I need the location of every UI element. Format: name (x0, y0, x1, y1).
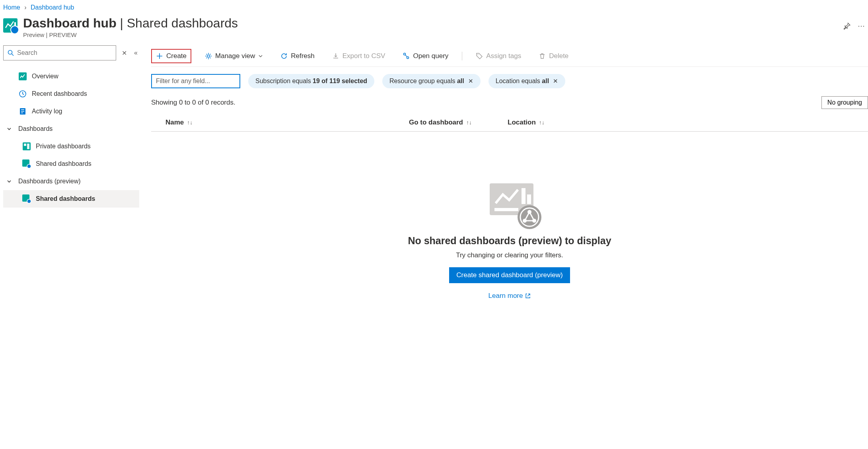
records-count: Showing 0 to 0 of 0 records. (151, 99, 235, 107)
svg-point-15 (27, 199, 31, 203)
delete-button: Delete (535, 50, 572, 62)
sidebar: ✕ « Overview Recent dashboards Activity … (0, 45, 139, 300)
main-content: Create Manage view Refresh Export to CSV… (139, 45, 868, 300)
clear-search-icon[interactable]: ✕ (120, 48, 128, 58)
tag-icon (476, 52, 483, 60)
filter-input[interactable] (151, 74, 240, 88)
sidebar-search[interactable] (3, 45, 116, 60)
dashboard-hub-icon (3, 18, 18, 33)
column-header-goto[interactable]: Go to dashboard ↑↓ (409, 119, 508, 126)
sort-icon: ↑↓ (539, 119, 545, 126)
sidebar-item-label: Dashboards (18, 125, 53, 132)
empty-state-icon (482, 179, 537, 227)
page-header: Dashboard hub | Shared dashboards Previe… (0, 14, 868, 45)
assign-tags-button: Assign tags (472, 50, 525, 62)
page-title-main: Dashboard hub (23, 16, 117, 30)
sidebar-item-label: Shared dashboards (36, 160, 91, 167)
download-icon (332, 52, 339, 60)
sidebar-item-shared-dashboards[interactable]: Shared dashboards (3, 155, 139, 173)
dashboard-shared-icon (22, 159, 31, 168)
external-link-icon (525, 293, 531, 299)
breadcrumb-separator: › (24, 4, 26, 11)
pin-icon[interactable] (843, 22, 850, 30)
svg-rect-0 (14, 22, 16, 29)
svg-rect-6 (21, 109, 24, 110)
empty-state: No shared dashboards (preview) to displa… (151, 179, 868, 300)
plus-icon (156, 52, 163, 60)
toolbar: Create Manage view Refresh Export to CSV… (151, 45, 868, 67)
sort-icon: ↑↓ (187, 119, 193, 126)
sidebar-item-shared-dashboards-preview[interactable]: Shared dashboards (3, 190, 139, 208)
learn-more-link[interactable]: Learn more (488, 292, 531, 300)
page-title-sub: Shared dashboards (127, 16, 238, 30)
query-icon (403, 52, 410, 60)
svg-rect-23 (494, 208, 518, 211)
status-row: Showing 0 to 0 of 0 records. No grouping (151, 96, 868, 109)
svg-rect-7 (21, 111, 24, 112)
svg-point-16 (207, 55, 210, 57)
chevron-down-icon (6, 179, 14, 184)
gear-icon (205, 52, 212, 60)
filter-pill-subscription[interactable]: Subscription equals 19 of 119 selected (248, 74, 374, 88)
more-icon[interactable]: ⋯ (858, 21, 865, 30)
svg-line-2 (12, 54, 14, 56)
breadcrumb: Home › Dashboard hub (0, 0, 868, 14)
svg-rect-10 (24, 144, 26, 146)
clock-icon (18, 89, 27, 98)
create-shared-dashboard-button[interactable]: Create shared dashboard (preview) (449, 267, 570, 283)
svg-point-1 (8, 51, 12, 54)
grouping-dropdown[interactable]: No grouping (821, 96, 868, 109)
breadcrumb-home[interactable]: Home (3, 4, 20, 11)
page-subtitle: Preview | PREVIEW (23, 31, 829, 38)
page-title-sep: | (117, 16, 127, 30)
column-header-location[interactable]: Location ↑↓ (508, 119, 868, 126)
svg-rect-22 (527, 194, 531, 204)
svg-rect-11 (27, 144, 29, 149)
close-icon[interactable]: ✕ (553, 78, 558, 85)
export-csv-button: Export to CSV (328, 50, 389, 62)
sidebar-item-overview[interactable]: Overview (3, 68, 139, 85)
dashboard-icon (22, 142, 31, 151)
sidebar-group-dashboards-preview[interactable]: Dashboards (preview) (3, 173, 139, 190)
sidebar-item-label: Shared dashboards (36, 195, 95, 202)
column-header-name[interactable]: Name ↑↓ (165, 119, 409, 126)
sidebar-item-label: Overview (32, 73, 58, 80)
svg-point-19 (478, 54, 479, 55)
page-title: Dashboard hub | Shared dashboards (23, 16, 238, 30)
sort-icon: ↑↓ (466, 119, 472, 126)
sidebar-search-input[interactable] (17, 49, 112, 56)
empty-state-title: No shared dashboards (preview) to displa… (151, 235, 868, 247)
refresh-icon (280, 52, 288, 60)
trash-icon (539, 52, 546, 60)
manage-view-button[interactable]: Manage view (201, 50, 267, 62)
log-icon (18, 107, 27, 116)
collapse-sidebar-icon[interactable]: « (132, 48, 139, 58)
filter-pill-resource-group[interactable]: Resource group equals all ✕ (382, 74, 481, 88)
close-icon[interactable]: ✕ (468, 78, 473, 85)
chevron-down-icon (258, 54, 263, 58)
sidebar-item-label: Recent dashboards (32, 90, 87, 97)
toolbar-separator (462, 52, 462, 60)
open-query-button[interactable]: Open query (399, 50, 452, 62)
sidebar-item-activity-log[interactable]: Activity log (3, 103, 139, 120)
chevron-down-icon (6, 126, 14, 132)
sidebar-item-label: Private dashboards (36, 143, 91, 150)
filter-row: Subscription equals 19 of 119 selected R… (151, 74, 868, 88)
empty-state-text: Try changing or clearing your filters. (151, 251, 868, 259)
table-header: Name ↑↓ Go to dashboard ↑↓ Location ↑↓ (151, 115, 868, 132)
sidebar-item-label: Activity log (32, 108, 62, 115)
svg-point-13 (27, 164, 31, 168)
svg-rect-3 (19, 72, 27, 80)
sidebar-item-recent[interactable]: Recent dashboards (3, 85, 139, 103)
filter-pill-location[interactable]: Location equals all ✕ (488, 74, 565, 88)
svg-point-24 (518, 205, 541, 229)
dashboard-shared-icon (22, 194, 31, 203)
sidebar-item-label: Dashboards (preview) (18, 178, 81, 185)
sidebar-item-private-dashboards[interactable]: Private dashboards (3, 138, 139, 155)
breadcrumb-current[interactable]: Dashboard hub (31, 4, 74, 11)
create-button[interactable]: Create (151, 49, 191, 63)
refresh-button[interactable]: Refresh (276, 50, 319, 62)
sidebar-group-dashboards[interactable]: Dashboards (3, 120, 139, 138)
search-icon (8, 50, 14, 56)
svg-rect-21 (522, 188, 525, 204)
